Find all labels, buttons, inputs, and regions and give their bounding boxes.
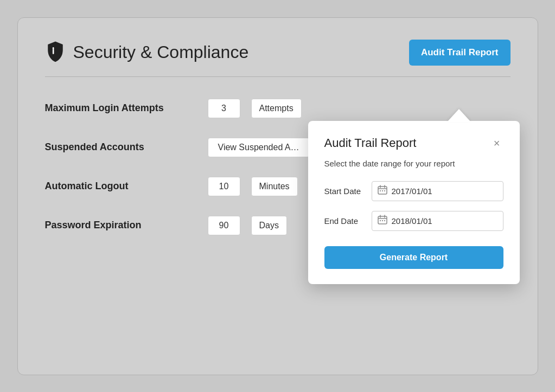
view-suspended-accounts-button[interactable]: View Suspended A… — [208, 138, 310, 157]
end-date-value: 2018/01/01 — [392, 216, 432, 226]
svg-rect-0 — [52, 49, 54, 54]
svg-rect-6 — [380, 190, 381, 191]
password-expiration-unit: Days — [251, 216, 287, 235]
header-divider — [45, 76, 511, 77]
header-title-group: Security & Compliance — [45, 41, 249, 64]
setting-label-login-attempts: Maximum Login Attempts — [45, 102, 197, 114]
auto-logout-input[interactable] — [208, 177, 240, 196]
end-date-label: End Date — [324, 216, 365, 226]
header: Security & Compliance Audit Trail Report — [45, 40, 511, 66]
popup-header: Audit Trail Report × — [324, 136, 503, 150]
start-date-input[interactable]: 2017/01/01 — [372, 181, 503, 201]
table-row: Maximum Login Attempts Attempts — [45, 99, 511, 118]
calendar-icon — [378, 215, 387, 227]
start-date-value: 2017/01/01 — [392, 187, 432, 196]
auto-logout-unit: Minutes — [251, 177, 298, 196]
generate-report-button[interactable]: Generate Report — [324, 246, 503, 269]
setting-label-password-expiration: Password Expiration — [45, 220, 197, 231]
password-expiration-input[interactable] — [208, 216, 240, 235]
popup-subtitle: Select the date range for your report — [324, 159, 503, 168]
end-date-row: End Date 2018/01/01 — [324, 211, 503, 231]
popup-title: Audit Trail Report — [324, 136, 417, 150]
login-attempts-unit: Attempts — [251, 99, 302, 118]
calendar-icon — [378, 185, 387, 197]
svg-rect-14 — [382, 220, 383, 221]
page-title: Security & Compliance — [73, 42, 249, 62]
start-date-label: Start Date — [324, 187, 365, 196]
svg-rect-15 — [384, 220, 385, 221]
svg-rect-7 — [382, 190, 383, 191]
audit-trail-report-button[interactable]: Audit Trail Report — [409, 40, 511, 66]
popup-close-button[interactable]: × — [490, 137, 503, 150]
end-date-input[interactable]: 2018/01/01 — [372, 211, 503, 231]
svg-rect-13 — [380, 220, 381, 221]
page-container: Security & Compliance Audit Trail Report… — [17, 17, 538, 375]
start-date-row: Start Date 2017/01/01 — [324, 181, 503, 201]
shield-icon — [45, 41, 66, 64]
setting-label-auto-logout: Automatic Logout — [45, 181, 197, 192]
setting-label-suspended-accounts: Suspended Accounts — [45, 142, 197, 153]
svg-rect-1 — [52, 47, 54, 49]
audit-trail-popup: Audit Trail Report × Select the date ran… — [308, 121, 520, 284]
svg-rect-8 — [384, 190, 385, 191]
login-attempts-input[interactable] — [208, 99, 240, 118]
